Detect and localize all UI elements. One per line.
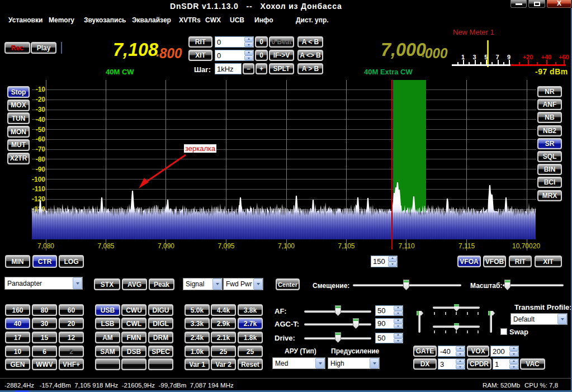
svg-text:-20: -20 [36,96,46,103]
svg-text:-100: -100 [32,176,45,183]
svg-text:7,090: 7,090 [158,242,174,250]
svg-text:-10: -10 [36,86,46,93]
svg-text:10,70020: 10,70020 [512,242,540,250]
svg-text:-80: -80 [36,155,46,163]
svg-text:-40: -40 [36,116,46,124]
svg-text:-120: -120 [32,195,45,203]
svg-text:7,105: 7,105 [338,242,354,250]
svg-text:-50: -50 [36,126,46,134]
svg-text:7,110: 7,110 [398,242,414,250]
svg-text:-60: -60 [36,135,46,143]
svg-text:7,100: 7,100 [278,242,295,250]
svg-text:7,115: 7,115 [458,242,475,250]
svg-text:-110: -110 [32,185,46,193]
svg-text:-30: -30 [36,106,46,114]
svg-text:-90: -90 [36,166,46,173]
svg-text:-70: -70 [36,145,46,153]
svg-text:7,080: 7,080 [37,242,54,250]
svg-text:7,085: 7,085 [97,242,114,250]
svg-text:7,095: 7,095 [218,242,234,250]
